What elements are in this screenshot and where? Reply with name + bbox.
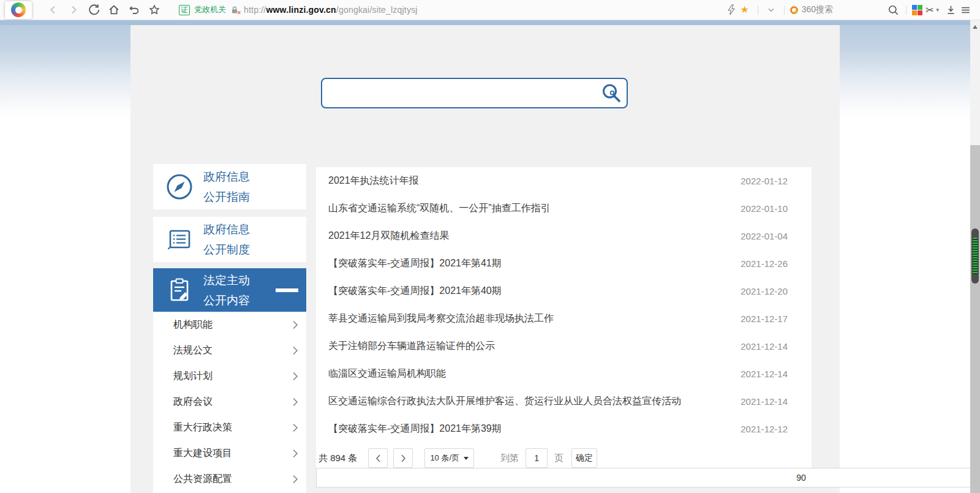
browser-nav-buttons: [40, 2, 162, 17]
search-button[interactable]: [600, 81, 623, 105]
goto-page: 到第 页 确定: [500, 448, 597, 468]
sidebar-menu: 机构职能 法规公文 规划计划 政府会议: [153, 312, 306, 493]
sidebar-menu-item[interactable]: 法规公文: [153, 337, 306, 363]
url-text: http://www.linzi.gov.cn/gongkai/site_lzq…: [244, 5, 418, 15]
article-title[interactable]: 2021年执法统计年报: [328, 175, 419, 187]
page-size-select[interactable]: 10 条/页: [424, 448, 474, 468]
sidebar-menu-item[interactable]: 规划计划: [153, 363, 306, 389]
article-title[interactable]: 临淄区交通运输局机构职能: [328, 367, 446, 380]
article-date: 2021-12-14: [741, 369, 788, 379]
scrollbar-track[interactable]: [970, 20, 980, 493]
screenshot-scissors-icon[interactable]: ✂▼: [922, 2, 943, 17]
article-title[interactable]: 关于注销部分车辆道路运输证件的公示: [328, 340, 495, 353]
article-date: 2021-12-12: [741, 424, 788, 434]
goto-suffix-label: 页: [554, 453, 564, 464]
card-label-line2: 公开内容: [203, 294, 250, 307]
next-page-button[interactable]: [393, 448, 413, 468]
article-date: 2021-12-17: [741, 314, 788, 324]
menu-hamburger-icon[interactable]: [958, 2, 973, 17]
card-label-line1: 政府信息: [203, 170, 250, 183]
toolbar-search-icon[interactable]: [886, 2, 900, 17]
address-bar[interactable]: 证 党政机关 ✕ http://www.linzi.gov.cn/gongkai…: [179, 4, 418, 15]
insecure-lock-icon: ✕: [230, 6, 239, 15]
sidebar-menu-item[interactable]: 重大建设项目: [153, 440, 306, 466]
list-item[interactable]: 2021年12月双随机检查结果 2022-01-04: [316, 222, 812, 250]
menu-item-label: 公共资源配置: [173, 473, 232, 486]
sidebar-menu-item[interactable]: 机构职能: [153, 312, 306, 337]
article-title[interactable]: 【突破落实年-交通周报】2021年第40期: [328, 285, 502, 298]
sidebar-menu-item[interactable]: 政府会议: [153, 389, 306, 415]
chevron-right-icon: [292, 449, 298, 458]
scissors-caret-icon[interactable]: ▼: [935, 7, 940, 13]
clipboard-pen-icon: [165, 276, 194, 304]
sidebar-menu-item[interactable]: 公共资源配置: [153, 466, 306, 492]
apps-grid-icon[interactable]: [912, 5, 922, 15]
refresh-icon[interactable]: [86, 2, 101, 17]
flash-icon[interactable]: [723, 2, 737, 17]
sidebar-card-rules[interactable]: 政府信息 公开制度: [153, 217, 306, 262]
list-item[interactable]: 区交通运输综合行政执法大队开展维护客运、货运行业从业人员合法权益宣传活动 202…: [316, 388, 812, 415]
article-title[interactable]: 莘县交通运输局到我局考察交流治超非现场执法工作: [328, 312, 554, 325]
menu-item-label: 政府会议: [173, 396, 213, 408]
home-icon[interactable]: [107, 2, 121, 17]
chevron-right-icon: [292, 320, 298, 329]
sidebar-card-active-disclosure[interactable]: 法定主动 公开内容: [153, 268, 306, 312]
download-icon[interactable]: [943, 2, 958, 17]
list-item[interactable]: 【突破落实年-交通周报】2021年第39期 2021-12-12: [316, 415, 812, 443]
scrollbar-thumb-grip: [973, 238, 978, 274]
list-item[interactable]: 关于注销部分车辆道路运输证件的公示 2021-12-14: [316, 333, 812, 360]
article-list: 2021年执法统计年报 2022-01-12 山东省交通运输系统“双随机、一公开…: [316, 167, 812, 480]
compass-icon: [165, 173, 194, 201]
card-label-line2: 公开制度: [203, 243, 250, 256]
chevron-down-icon[interactable]: [764, 2, 778, 17]
chevron-right-icon: [292, 475, 298, 484]
confirm-button[interactable]: 确定: [571, 448, 597, 468]
browser-logo-icon: [11, 2, 26, 17]
menu-item-label: 法规公文: [173, 344, 213, 357]
browser-logo[interactable]: [5, 1, 32, 19]
favorite-star-icon[interactable]: ★: [737, 2, 752, 17]
undo-icon[interactable]: [127, 2, 141, 17]
search-engine-label[interactable]: 360搜索: [802, 4, 833, 15]
menu-item-label: 重大行政决策: [173, 421, 232, 434]
article-title[interactable]: 山东省交通运输系统“双随机、一公开”抽查工作指引: [328, 202, 551, 215]
card-label-line1: 政府信息: [203, 223, 250, 236]
scrollbar-thumb[interactable]: [971, 228, 979, 284]
list-item[interactable]: 2021年执法统计年报 2022-01-12: [316, 167, 812, 195]
article-title[interactable]: 【突破落实年-交通周报】2021年第39期: [328, 423, 502, 435]
list-item[interactable]: 【突破落实年-交通周报】2021年第41期 2021-12-26: [316, 250, 812, 277]
browser-toolbar: ★ 360搜索 ✂▼: [723, 2, 973, 17]
goto-page-input[interactable]: [526, 448, 548, 468]
chevron-left-icon: [375, 454, 381, 462]
search-engine-logo-icon[interactable]: [790, 6, 798, 14]
article-title[interactable]: 2021年12月双随机检查结果: [328, 230, 449, 243]
magnifier-key-icon: [601, 83, 622, 103]
chevron-right-icon: [292, 372, 298, 381]
card-label-line1: 法定主动: [203, 274, 250, 287]
divider: [906, 6, 907, 15]
menu-item-label: 规划计划: [173, 370, 213, 383]
search-input[interactable]: [322, 79, 600, 107]
article-title[interactable]: 【突破落实年-交通周报】2021年第41期: [328, 257, 502, 270]
back-icon[interactable]: [46, 2, 61, 17]
page-top-strip: [0, 20, 970, 25]
page-button[interactable]: 90: [316, 468, 980, 487]
card-label-line2: 公开指南: [203, 190, 250, 203]
article-date: 2022-01-04: [741, 231, 788, 241]
bookmark-star-icon[interactable]: [147, 2, 162, 17]
list-item[interactable]: 山东省交通运输系统“双随机、一公开”抽查工作指引 2022-01-10: [316, 195, 812, 222]
card-label: 政府信息 公开制度: [203, 219, 250, 260]
article-title[interactable]: 区交通运输综合行政执法大队开展维护客运、货运行业从业人员合法权益宣传活动: [328, 395, 681, 408]
sidebar-menu-item[interactable]: 重大行政决策: [153, 415, 306, 440]
list-item[interactable]: 莘县交通运输局到我局考察交流治超非现场执法工作 2021-12-17: [316, 305, 812, 333]
forward-icon[interactable]: [66, 2, 81, 17]
list-item[interactable]: 【突破落实年-交通周报】2021年第40期 2021-12-20: [316, 277, 812, 305]
prev-page-button[interactable]: [368, 448, 388, 468]
site-cert-badge: 证: [179, 5, 190, 15]
url-path: /gongkai/site_lzqjtysj: [336, 5, 418, 15]
collapse-minus-icon[interactable]: [276, 288, 298, 292]
list-item[interactable]: 临淄区交通运输局机构职能 2021-12-14: [316, 360, 812, 388]
site-search-box: [321, 78, 628, 108]
scroll-up-icon[interactable]: [973, 25, 978, 29]
sidebar-card-guide[interactable]: 政府信息 公开指南: [153, 164, 306, 209]
